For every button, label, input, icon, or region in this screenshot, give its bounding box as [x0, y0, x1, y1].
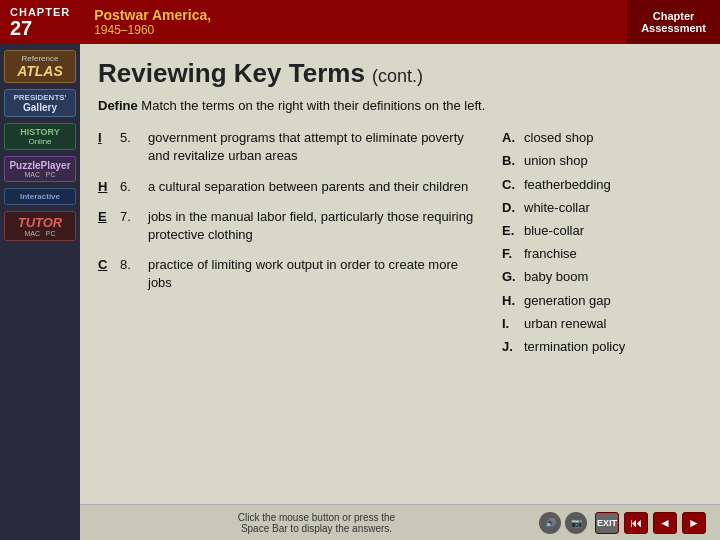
- content-area: Reviewing Key Terms (cont.) Define Match…: [80, 44, 720, 540]
- a-letter-c: C.: [502, 176, 524, 194]
- q6-letter: H: [98, 178, 118, 196]
- question-item-6: H 6. a cultural separation between paren…: [98, 178, 482, 196]
- book-title: Postwar America,: [94, 7, 627, 23]
- a-text-j: termination policy: [524, 338, 702, 356]
- question-item-7: E 7. jobs in the manual labor field, par…: [98, 208, 482, 244]
- q8-letter: C: [98, 256, 118, 274]
- question-item-5: I 5. government programs that attempt to…: [98, 129, 482, 165]
- a-letter-b: B.: [502, 152, 524, 170]
- sidebar-item-presidents[interactable]: PRESIDENTS' Gallery: [4, 89, 76, 117]
- chapter-assessment-button[interactable]: ChapterAssessment: [627, 0, 720, 44]
- answer-g: G. baby boom: [502, 268, 702, 286]
- a-letter-j: J.: [502, 338, 524, 356]
- sidebar-item-puzzle[interactable]: PuzzlePlayer MAC PC: [4, 156, 76, 182]
- answer-h: H. generation gap: [502, 292, 702, 310]
- tutor-text: TUTOR: [7, 215, 73, 230]
- answer-e: E. blue-collar: [502, 222, 702, 240]
- online-text: Online: [7, 137, 73, 146]
- a-text-f: franchise: [524, 245, 702, 263]
- a-text-g: baby boom: [524, 268, 702, 286]
- a-letter-d: D.: [502, 199, 524, 217]
- q5-number: 5.: [120, 129, 148, 147]
- bottom-icons: 🔊 📷: [539, 512, 587, 534]
- a-text-i: urban renewal: [524, 315, 702, 333]
- answer-f: F. franchise: [502, 245, 702, 263]
- bottom-instruction: Click the mouse button or press the Spac…: [94, 512, 539, 534]
- a-text-d: white-collar: [524, 199, 702, 217]
- a-letter-g: G.: [502, 268, 524, 286]
- a-letter-e: E.: [502, 222, 524, 240]
- tutor-mac-pc: MAC PC: [7, 230, 73, 237]
- sidebar-item-interactive[interactable]: Interactive: [4, 188, 76, 205]
- page-title-text: Reviewing Key Terms: [98, 58, 365, 88]
- a-letter-a: A.: [502, 129, 524, 147]
- sidebar-item-history[interactable]: HISTORY Online: [4, 123, 76, 150]
- answer-j: J. termination policy: [502, 338, 702, 356]
- atlas-ref-text: Reference: [7, 54, 73, 63]
- instructions-text: Match the terms on the right with their …: [141, 98, 485, 113]
- icon-1: 🔊: [539, 512, 561, 534]
- interactive-text: Interactive: [7, 192, 73, 201]
- a-text-c: featherbedding: [524, 176, 702, 194]
- atlas-logo: ATLAS: [7, 63, 73, 79]
- answer-a: A. closed shop: [502, 129, 702, 147]
- chapter-number: 27: [10, 18, 70, 38]
- answer-b: B. union shop: [502, 152, 702, 170]
- a-text-a: closed shop: [524, 129, 702, 147]
- header: CHAPTER 27 Postwar America, 1945–1960 Ch…: [0, 0, 720, 44]
- bottom-nav[interactable]: EXIT ⏮ ◄ ►: [595, 512, 706, 534]
- page-title: Reviewing Key Terms (cont.): [98, 58, 702, 89]
- q6-text: a cultural separation between parents an…: [148, 178, 482, 196]
- questions-column: I 5. government programs that attempt to…: [98, 129, 482, 361]
- chapter-info: CHAPTER 27: [0, 0, 80, 44]
- q6-number: 6.: [120, 178, 148, 196]
- answers-column: A. closed shop B. union shop C. featherb…: [502, 129, 702, 361]
- question-item-8: C 8. practice of limiting work output in…: [98, 256, 482, 292]
- main-layout: Reference ATLAS PRESIDENTS' Gallery HIST…: [0, 44, 720, 540]
- a-letter-i: I.: [502, 315, 524, 333]
- history-label: HISTORY: [7, 127, 73, 137]
- nav-first-button[interactable]: ⏮: [624, 512, 648, 534]
- nav-next-button[interactable]: ►: [682, 512, 706, 534]
- a-text-b: union shop: [524, 152, 702, 170]
- a-text-h: generation gap: [524, 292, 702, 310]
- sidebar-item-tutor[interactable]: TUTOR MAC PC: [4, 211, 76, 241]
- presidents-title: PRESIDENTS': [7, 93, 73, 102]
- nav-prev-button[interactable]: ◄: [653, 512, 677, 534]
- q8-text: practice of limiting work output in orde…: [148, 256, 482, 292]
- q5-letter: I: [98, 129, 118, 147]
- answer-i: I. urban renewal: [502, 315, 702, 333]
- puzzle-mac-pc: MAC PC: [7, 171, 73, 178]
- sidebar: Reference ATLAS PRESIDENTS' Gallery HIST…: [0, 44, 80, 540]
- q5-text: government programs that attempt to elim…: [148, 129, 482, 165]
- icon-2: 📷: [565, 512, 587, 534]
- book-subtitle: 1945–1960: [94, 23, 627, 37]
- instructions: Define Match the terms on the right with…: [98, 97, 702, 115]
- a-letter-h: H.: [502, 292, 524, 310]
- q7-text: jobs in the manual labor field, particul…: [148, 208, 482, 244]
- answer-c: C. featherbedding: [502, 176, 702, 194]
- a-text-e: blue-collar: [524, 222, 702, 240]
- qa-grid: I 5. government programs that attempt to…: [98, 129, 702, 361]
- q7-letter: E: [98, 208, 118, 226]
- q8-number: 8.: [120, 256, 148, 274]
- book-info: Postwar America, 1945–1960: [80, 0, 627, 44]
- gallery-text: Gallery: [7, 102, 73, 113]
- exit-button[interactable]: EXIT: [595, 512, 619, 534]
- puzzle-logo: PuzzlePlayer: [7, 160, 73, 171]
- answer-d: D. white-collar: [502, 199, 702, 217]
- page-cont: (cont.): [372, 66, 423, 86]
- q7-number: 7.: [120, 208, 148, 226]
- bottom-bar: Click the mouse button or press the Spac…: [80, 504, 720, 540]
- a-letter-f: F.: [502, 245, 524, 263]
- instructions-bold: Define: [98, 98, 138, 113]
- sidebar-item-atlas[interactable]: Reference ATLAS: [4, 50, 76, 83]
- chapter-assessment-label: ChapterAssessment: [641, 10, 706, 34]
